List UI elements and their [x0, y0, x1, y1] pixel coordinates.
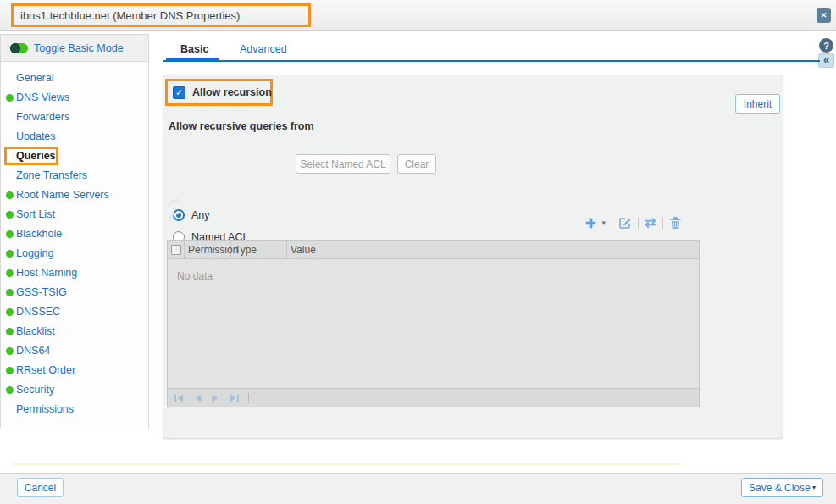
sidebar-item-blacklist[interactable]: Blacklist	[1, 323, 148, 342]
sidebar-item-sort-list[interactable]: Sort List	[1, 206, 148, 225]
table-header-checkbox-cell	[168, 241, 185, 258]
sidebar-item-queries[interactable]: Queries	[1, 147, 148, 167]
allow-recursion-highlight-box: ✓ Allow recursion	[165, 79, 273, 106]
faint-arc-decoration	[168, 197, 183, 209]
sidebar: Toggle Basic Mode General DNS Views Forw…	[0, 34, 149, 429]
close-button[interactable]: ✕	[817, 8, 831, 23]
tab-advanced[interactable]: Advanced	[240, 43, 287, 55]
table-body: No data	[167, 259, 700, 388]
column-header-value: Value	[287, 241, 699, 258]
previous-page-button[interactable]	[193, 393, 202, 403]
next-page-icon	[211, 393, 220, 403]
acl-toolbar: ✚ ▾ ⇄	[585, 214, 691, 231]
toolbar-divider	[612, 217, 612, 229]
column-header-type: Type	[231, 241, 287, 258]
column-header-permission: Permission	[185, 241, 231, 258]
sidebar-item-host-naming[interactable]: Host Naming	[1, 264, 148, 284]
sidebar-item-logging[interactable]: Logging	[1, 245, 148, 264]
add-button[interactable]: ✚	[585, 217, 596, 230]
pager-divider	[248, 393, 249, 403]
footer-highlight-line	[13, 463, 682, 465]
collapse-panel-button[interactable]: «	[818, 53, 834, 68]
table-pager	[167, 388, 700, 407]
select-named-acl-button[interactable]: Select Named ACL	[296, 154, 390, 174]
sidebar-item-general[interactable]: General	[1, 69, 148, 89]
status-dot-icon	[6, 289, 14, 296]
cancel-button[interactable]: Cancel	[17, 478, 64, 497]
toggle-basic-mode[interactable]: Toggle Basic Mode	[1, 35, 148, 62]
edit-pencil-icon	[618, 216, 632, 230]
sidebar-item-updates[interactable]: Updates	[1, 128, 148, 147]
last-page-button[interactable]	[229, 393, 240, 403]
dialog-title: ibns1.techblue.net (Member DNS Propertie…	[20, 9, 240, 22]
toggle-switch-icon	[10, 43, 28, 53]
sidebar-item-dns64[interactable]: DNS64	[1, 342, 148, 362]
save-dropdown-caret-icon[interactable]: ▾	[812, 484, 816, 491]
no-data-text: No data	[177, 270, 213, 282]
swap-arrows-icon: ⇄	[645, 215, 656, 230]
status-dot-icon	[6, 328, 14, 335]
reorder-button[interactable]: ⇄	[645, 216, 656, 230]
edit-button[interactable]	[618, 216, 632, 230]
clear-button[interactable]: Clear	[397, 154, 436, 174]
status-dot-icon	[6, 367, 14, 374]
sidebar-item-gss-tsig[interactable]: GSS-TSIG	[1, 284, 148, 303]
help-button[interactable]: ?	[819, 38, 833, 53]
last-page-icon	[229, 393, 240, 403]
trash-icon	[669, 216, 682, 230]
allow-recursion-label: Allow recursion	[192, 86, 272, 98]
status-dot-icon	[6, 94, 14, 102]
sidebar-item-permissions[interactable]: Permissions	[1, 401, 148, 420]
save-and-close-button[interactable]: Save & Close ▾	[741, 478, 823, 497]
sidebar-item-rrset-order[interactable]: RRset Order	[1, 362, 148, 381]
sidebar-item-zone-transfers[interactable]: Zone Transfers	[1, 167, 148, 186]
tab-divider-line	[163, 60, 820, 62]
active-tab-indicator	[166, 58, 219, 62]
member-dns-properties-dialog: ibns1.techblue.net (Member DNS Propertie…	[0, 0, 836, 504]
status-dot-icon	[6, 250, 14, 258]
dialog-footer: Cancel Save & Close ▾	[0, 473, 836, 504]
faint-arc-decoration	[168, 211, 183, 223]
inherit-button[interactable]: Inherit	[735, 94, 780, 114]
sidebar-item-dnssec[interactable]: DNSSEC	[1, 303, 148, 323]
recursive-queries-from-label: Allow recursive queries from	[169, 120, 314, 132]
add-dropdown-caret-icon[interactable]: ▾	[602, 219, 606, 227]
sidebar-item-root-name-servers[interactable]: Root Name Servers	[1, 186, 148, 206]
status-dot-icon	[6, 308, 14, 316]
delete-button[interactable]	[669, 216, 682, 230]
sidebar-item-dns-views[interactable]: DNS Views	[1, 89, 148, 108]
allow-recursion-checkbox[interactable]: ✓	[173, 86, 185, 99]
acl-table: Permission Type Value No data	[167, 240, 700, 407]
status-dot-icon	[6, 211, 14, 219]
save-and-close-label: Save & Close	[749, 482, 811, 494]
toolbar-divider	[638, 217, 639, 229]
tab-basic[interactable]: Basic	[180, 43, 208, 55]
status-dot-icon	[6, 386, 14, 394]
status-dot-icon	[6, 230, 14, 238]
sidebar-nav-list: General DNS Views Forwarders Updates Que…	[1, 62, 148, 420]
first-page-button[interactable]	[174, 393, 185, 403]
checkmark-icon: ✓	[175, 87, 183, 98]
first-page-icon	[174, 393, 185, 403]
help-icon: ?	[823, 41, 829, 51]
next-page-button[interactable]	[211, 393, 220, 403]
table-header-row: Permission Type Value	[167, 240, 700, 259]
select-all-checkbox[interactable]	[171, 245, 181, 255]
previous-page-icon	[193, 393, 202, 403]
collapse-icon: «	[823, 54, 829, 65]
status-dot-icon	[6, 269, 14, 277]
status-dot-icon	[6, 191, 14, 199]
sidebar-item-blackhole[interactable]: Blackhole	[1, 225, 148, 245]
toggle-basic-mode-label: Toggle Basic Mode	[34, 42, 124, 54]
toolbar-divider	[662, 217, 663, 229]
title-highlight-box: ibns1.techblue.net (Member DNS Propertie…	[11, 3, 311, 27]
status-dot-icon	[6, 347, 14, 355]
dialog-titlebar: ibns1.techblue.net (Member DNS Propertie…	[0, 0, 836, 31]
basic-tab-panel: ✓ Allow recursion Inherit Allow recursiv…	[163, 75, 783, 439]
sidebar-item-security[interactable]: Security	[1, 381, 148, 401]
sidebar-item-forwarders[interactable]: Forwarders	[1, 108, 148, 128]
close-icon: ✕	[821, 12, 828, 19]
